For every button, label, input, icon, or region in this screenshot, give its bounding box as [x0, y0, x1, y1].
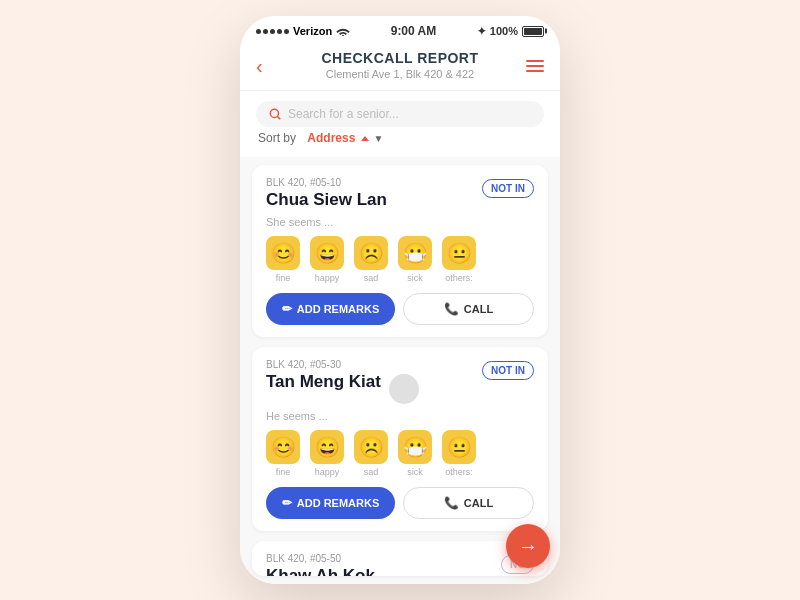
signal-dots — [256, 29, 289, 34]
card-2-address: BLK 420, #05-30 — [266, 359, 419, 370]
status-bar: Verizon 9:00 AM ✦ 100% — [240, 16, 560, 42]
status-right: ✦ 100% — [477, 25, 544, 38]
page-title: CHECKCALL REPORT — [256, 50, 544, 66]
emoji-others-label-1: others: — [445, 273, 473, 283]
page-subtitle: Clementi Ave 1, Blk 420 & 422 — [256, 68, 544, 80]
card-1-header: BLK 420, #05-10 Chua Siew Lan NOT IN — [266, 177, 534, 210]
sort-dropdown-icon[interactable]: ▼ — [373, 133, 383, 144]
emoji-others-face-2[interactable]: 😐 — [442, 430, 476, 464]
pencil-icon-1: ✏ — [282, 302, 292, 316]
emoji-fine-1[interactable]: 😊 fine — [266, 236, 300, 283]
svg-line-2 — [278, 117, 281, 120]
emoji-others-2[interactable]: 😐 others: — [442, 430, 476, 477]
card-2-header: BLK 420, #05-30 Tan Meng Kiat NOT IN — [266, 359, 534, 404]
card-2-emoji-row: 😊 fine 😄 happy ☹️ sad 😷 sick 😐 oth — [266, 430, 534, 477]
wifi-icon — [336, 26, 350, 36]
fab-next-button[interactable]: → — [506, 524, 550, 568]
card-3-address: BLK 420, #05-50 — [266, 553, 375, 564]
emoji-sick-1[interactable]: 😷 sick — [398, 236, 432, 283]
back-button[interactable]: ‹ — [256, 55, 263, 78]
emoji-sad-face-1[interactable]: ☹️ — [354, 236, 388, 270]
emoji-sad-label-2: sad — [364, 467, 379, 477]
emoji-others-face-1[interactable]: 😐 — [442, 236, 476, 270]
card-3-name: Khaw Ah Kok — [266, 566, 375, 576]
phone-icon-1: 📞 — [444, 302, 459, 316]
card-2-name: Tan Meng Kiat — [266, 372, 381, 392]
call-label-1: CALL — [464, 303, 493, 315]
sort-label: Sort by — [258, 131, 296, 145]
card-2-subtitle: He seems ... — [266, 410, 534, 422]
call-button-1[interactable]: 📞 CALL — [403, 293, 534, 325]
card-1-actions: ✏ ADD REMARKS 📞 CALL — [266, 293, 534, 325]
emoji-sick-label-2: sick — [407, 467, 423, 477]
search-placeholder: Search for a senior... — [288, 107, 399, 121]
sort-row: Sort by Address ▼ — [256, 127, 544, 151]
phone-frame: Verizon 9:00 AM ✦ 100% ‹ CHECKCALL REPOR… — [240, 16, 560, 584]
emoji-sad-face-2[interactable]: ☹️ — [354, 430, 388, 464]
emoji-others-1[interactable]: 😐 others: — [442, 236, 476, 283]
emoji-fine-face-1[interactable]: 😊 — [266, 236, 300, 270]
fab-arrow-icon: → — [518, 535, 538, 558]
sort-value[interactable]: Address — [307, 131, 355, 145]
card-2-name-row: Tan Meng Kiat — [266, 372, 419, 404]
time-display: 9:00 AM — [391, 24, 437, 38]
add-remarks-label-1: ADD REMARKS — [297, 303, 380, 315]
emoji-sick-face-1[interactable]: 😷 — [398, 236, 432, 270]
emoji-others-label-2: others: — [445, 467, 473, 477]
emoji-sick-label-1: sick — [407, 273, 423, 283]
svg-point-1 — [270, 109, 278, 117]
cards-list: BLK 420, #05-10 Chua Siew Lan NOT IN She… — [240, 157, 560, 584]
card-1-name: Chua Siew Lan — [266, 190, 387, 210]
emoji-sad-2[interactable]: ☹️ sad — [354, 430, 388, 477]
call-button-2[interactable]: 📞 CALL — [403, 487, 534, 519]
emoji-fine-face-2[interactable]: 😊 — [266, 430, 300, 464]
hamburger-line-2 — [526, 65, 544, 67]
card-2-actions: ✏ ADD REMARKS 📞 CALL — [266, 487, 534, 519]
card-1-subtitle: She seems ... — [266, 216, 534, 228]
add-remarks-button-1[interactable]: ✏ ADD REMARKS — [266, 293, 395, 325]
emoji-sad-label-1: sad — [364, 273, 379, 283]
emoji-happy-face-1[interactable]: 😄 — [310, 236, 344, 270]
svg-point-0 — [342, 35, 344, 36]
call-label-2: CALL — [464, 497, 493, 509]
emoji-happy-label-2: happy — [315, 467, 340, 477]
card-3-header: BLK 420, #05-50 Khaw Ah Kok NO — [266, 553, 534, 576]
menu-button[interactable] — [526, 60, 544, 72]
emoji-fine-label-1: fine — [276, 273, 291, 283]
phone-icon-2: 📞 — [444, 496, 459, 510]
sort-arrow-up-icon — [361, 136, 369, 141]
battery-icon — [522, 26, 544, 37]
hamburger-line-3 — [526, 70, 544, 72]
sort-by-label — [300, 131, 303, 145]
hamburger-line-1 — [526, 60, 544, 62]
card-1-info: BLK 420, #05-10 Chua Siew Lan — [266, 177, 387, 210]
add-remarks-button-2[interactable]: ✏ ADD REMARKS — [266, 487, 395, 519]
card-1-emoji-row: 😊 fine 😄 happy ☹️ sad 😷 sick 😐 oth — [266, 236, 534, 283]
emoji-sick-2[interactable]: 😷 sick — [398, 430, 432, 477]
carrier-label: Verizon — [293, 25, 332, 37]
battery-percent: 100% — [490, 25, 518, 37]
card-1-status-badge: NOT IN — [482, 179, 534, 198]
emoji-happy-label-1: happy — [315, 273, 340, 283]
app-header: ‹ CHECKCALL REPORT Clementi Ave 1, Blk 4… — [240, 42, 560, 91]
add-remarks-label-2: ADD REMARKS — [297, 497, 380, 509]
bluetooth-icon: ✦ — [477, 25, 486, 38]
emoji-happy-1[interactable]: 😄 happy — [310, 236, 344, 283]
search-icon — [268, 107, 282, 121]
emoji-fine-2[interactable]: 😊 fine — [266, 430, 300, 477]
senior-card-1: BLK 420, #05-10 Chua Siew Lan NOT IN She… — [252, 165, 548, 337]
emoji-sick-face-2[interactable]: 😷 — [398, 430, 432, 464]
emoji-fine-label-2: fine — [276, 467, 291, 477]
senior-card-2: BLK 420, #05-30 Tan Meng Kiat NOT IN He … — [252, 347, 548, 531]
emoji-happy-face-2[interactable]: 😄 — [310, 430, 344, 464]
sort-direction-toggle[interactable] — [361, 136, 369, 141]
emoji-sad-1[interactable]: ☹️ sad — [354, 236, 388, 283]
card-2-status-badge: NOT IN — [482, 361, 534, 380]
emoji-happy-2[interactable]: 😄 happy — [310, 430, 344, 477]
status-left: Verizon — [256, 25, 350, 37]
card-3-info: BLK 420, #05-50 Khaw Ah Kok — [266, 553, 375, 576]
card-2-info: BLK 420, #05-30 Tan Meng Kiat — [266, 359, 419, 404]
search-box[interactable]: Search for a senior... — [256, 101, 544, 127]
loading-indicator — [389, 374, 419, 404]
card-1-address: BLK 420, #05-10 — [266, 177, 387, 188]
